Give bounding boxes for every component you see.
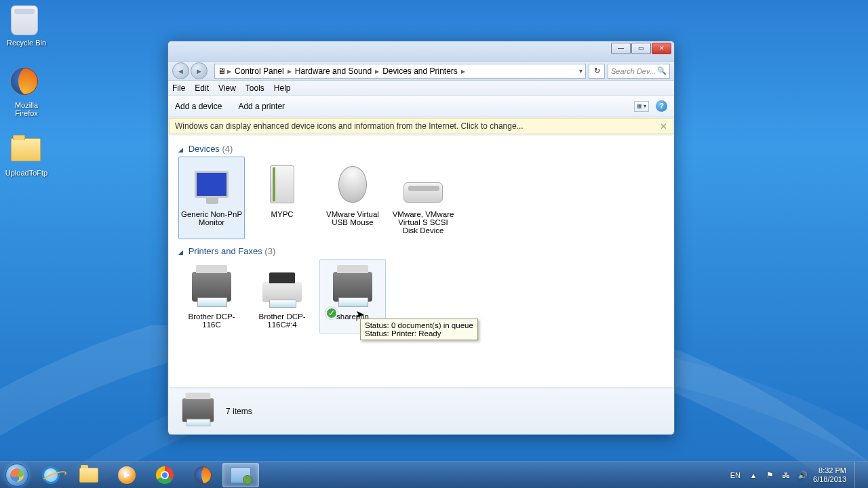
devices-and-printers-window: — ▭ ✕ ◄ ► 🖥 ▸ Control Panel ▸ Hardware a… [167,41,675,435]
device-generic-monitor[interactable]: Generic Non-PnP Monitor [178,157,245,239]
search-input[interactable]: Search Dev... 🔍 [608,64,670,79]
group-count: (3) [264,246,275,256]
control-panel-icon [231,467,251,483]
chrome-icon [156,466,174,484]
menu-view[interactable]: View [218,83,236,93]
device-mypc[interactable]: MYPC [249,157,315,239]
desktop-icon-recycle-bin[interactable]: Recycle Bin [3,5,50,47]
tray-clock[interactable]: 8:32 PM 6/18/2013 [813,466,846,483]
desktop-icon-label: Mozilla Firefox [3,101,50,117]
taskbar-media-player[interactable]: ▶ [108,463,145,487]
mouse-icon [338,166,367,203]
info-bar-text: Windows can display enhanced device icon… [175,121,524,131]
taskbar-ie[interactable] [33,463,69,487]
breadcrumb-separator: ▸ [288,66,292,76]
search-placeholder: Search Dev... [611,67,656,75]
start-button[interactable] [1,462,32,489]
taskbar-explorer[interactable] [71,463,107,487]
nav-forward-button[interactable]: ► [191,62,208,79]
group-header-printers[interactable]: ◢ Printers and Faxes (3) [178,246,664,256]
group-header-devices[interactable]: ◢ Devices (4) [178,144,664,154]
device-label: Brother DCP-116C#:4 [251,312,313,329]
device-vmware-disk[interactable]: VMware, VMware Virtual S SCSI Disk Devic… [390,157,456,239]
windows-logo-icon [5,464,28,487]
ie-icon [42,466,60,484]
item-count: 7 items [226,407,252,416]
default-check-icon: ✓ [326,307,338,319]
show-desktop-button[interactable] [854,462,861,488]
collapse-icon: ◢ [178,146,183,153]
recycle-bin-icon [11,5,38,35]
address-dropdown-icon[interactable]: ▾ [579,67,583,75]
menu-help[interactable]: Help [274,83,291,93]
folder-icon [11,138,41,161]
device-label: VMware, VMware Virtual S SCSI Disk Devic… [392,210,454,235]
printer-icon [182,398,214,422]
printer-tooltip: Status: 0 document(s) in queue Status: P… [360,319,478,340]
printer-icon [262,282,302,302]
desktop-icon-firefox[interactable]: Mozilla Firefox [3,68,50,117]
clock-time: 8:32 PM [813,466,846,475]
taskbar: ▶ EN ▴ ⚑ 🖧 🔊 8:32 PM 6/18/2013 [0,461,868,488]
info-bar-close-icon[interactable]: ✕ [660,121,667,131]
firefox-icon [11,68,38,95]
menu-edit[interactable]: Edit [195,83,209,93]
control-panel-icon: 🖥 [218,66,226,76]
system-tray: EN ▴ ⚑ 🖧 🔊 8:32 PM 6/18/2013 [728,462,868,488]
disk-icon [403,182,443,203]
search-icon: 🔍 [657,66,667,75]
address-bar[interactable]: 🖥 ▸ Control Panel ▸ Hardware and Sound ▸… [214,64,586,79]
menu-tools[interactable]: Tools [245,83,264,93]
taskbar-firefox[interactable] [184,463,221,487]
collapse-icon: ◢ [178,249,183,256]
desktop-icon-label: UploadToFtp [3,169,50,177]
information-bar[interactable]: Windows can display enhanced device icon… [169,118,673,134]
tray-show-hidden-icon[interactable]: ▴ [748,470,759,481]
printer-brother-dcp116c[interactable]: Brother DCP-116C [178,259,245,333]
tray-action-center-icon[interactable]: ⚑ [764,470,775,481]
maximize-button[interactable]: ▭ [631,43,651,54]
explorer-icon [79,468,98,483]
breadcrumb-separator: ▸ [227,66,231,76]
monitor-icon [195,171,229,198]
breadcrumb-separator: ▸ [375,66,379,76]
clock-date: 6/18/2013 [813,475,846,484]
nav-back-button[interactable]: ◄ [172,62,189,79]
taskbar-control-panel[interactable] [222,463,259,487]
tray-volume-icon[interactable]: 🔊 [797,470,808,481]
group-title: Devices [189,144,220,154]
menu-bar: File Edit View Tools Help [168,81,674,96]
help-icon[interactable]: ? [656,100,667,112]
firefox-icon [194,466,212,484]
breadcrumb-separator: ▸ [461,66,465,76]
desktop-icon-upload-folder[interactable]: UploadToFtp [3,136,50,177]
content-area: ◢ Devices (4) Generic Non-PnP Monitor MY… [169,136,673,387]
close-button[interactable]: ✕ [652,43,671,54]
view-options-button[interactable]: ▦ ▾ [634,101,649,112]
breadcrumb-control-panel[interactable]: Control Panel [233,66,286,76]
printer-brother-dcp116c-4[interactable]: Brother DCP-116C#:4 [249,259,315,333]
device-label: Generic Non-PnP Monitor [180,210,243,226]
details-pane: 7 items [169,388,673,434]
language-indicator[interactable]: EN [728,470,743,481]
breadcrumb-hardware-sound[interactable]: Hardware and Sound [293,66,374,76]
printer-icon [333,272,372,302]
device-vmware-mouse[interactable]: VMware Virtual USB Mouse [319,157,386,239]
printer-icon [192,272,231,302]
tooltip-line1: Status: 0 document(s) in queue [365,321,473,329]
add-printer-button[interactable]: Add a printer [238,102,285,111]
breadcrumb-devices-printers[interactable]: Devices and Printers [380,66,460,76]
media-player-icon: ▶ [118,466,136,484]
tray-network-icon[interactable]: 🖧 [781,470,791,481]
desktop-icon-label: Recycle Bin [3,39,50,47]
group-count: (4) [222,144,233,154]
taskbar-chrome[interactable] [146,463,183,487]
minimize-button[interactable]: — [611,43,631,54]
computer-icon [270,165,294,203]
navigation-row: ◄ ► 🖥 ▸ Control Panel ▸ Hardware and Sou… [168,61,674,81]
refresh-button[interactable]: ↻ [589,64,605,79]
menu-file[interactable]: File [172,83,185,93]
add-device-button[interactable]: Add a device [175,102,222,111]
window-titlebar[interactable]: — ▭ ✕ [168,41,674,61]
device-label: Brother DCP-116C [180,312,243,329]
